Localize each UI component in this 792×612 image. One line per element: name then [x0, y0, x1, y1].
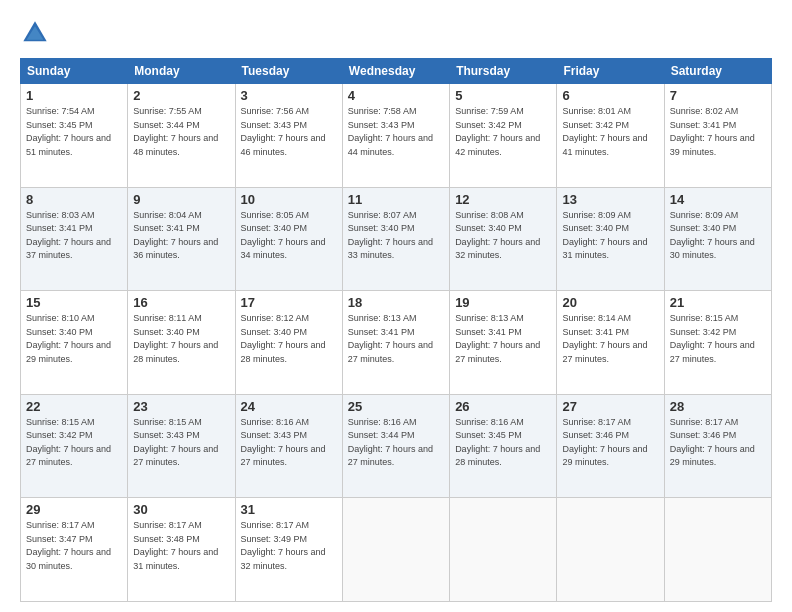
calendar-cell: 25Sunrise: 8:16 AMSunset: 3:44 PMDayligh…: [342, 394, 449, 498]
calendar-cell: 8Sunrise: 8:03 AMSunset: 3:41 PMDaylight…: [21, 187, 128, 291]
day-info: Sunrise: 8:04 AMSunset: 3:41 PMDaylight:…: [133, 210, 218, 261]
day-info: Sunrise: 8:08 AMSunset: 3:40 PMDaylight:…: [455, 210, 540, 261]
page: SundayMondayTuesdayWednesdayThursdayFrid…: [0, 0, 792, 612]
day-info: Sunrise: 8:15 AMSunset: 3:42 PMDaylight:…: [26, 417, 111, 468]
day-number: 6: [562, 88, 658, 103]
day-number: 8: [26, 192, 122, 207]
day-info: Sunrise: 8:15 AMSunset: 3:43 PMDaylight:…: [133, 417, 218, 468]
calendar-cell: [664, 498, 771, 602]
calendar-cell: 7Sunrise: 8:02 AMSunset: 3:41 PMDaylight…: [664, 84, 771, 188]
day-number: 15: [26, 295, 122, 310]
day-number: 16: [133, 295, 229, 310]
calendar-cell: 31Sunrise: 8:17 AMSunset: 3:49 PMDayligh…: [235, 498, 342, 602]
day-info: Sunrise: 8:13 AMSunset: 3:41 PMDaylight:…: [455, 313, 540, 364]
day-number: 27: [562, 399, 658, 414]
header-cell-sunday: Sunday: [21, 59, 128, 84]
day-number: 11: [348, 192, 444, 207]
calendar-cell: [342, 498, 449, 602]
header-cell-tuesday: Tuesday: [235, 59, 342, 84]
calendar-cell: 5Sunrise: 7:59 AMSunset: 3:42 PMDaylight…: [450, 84, 557, 188]
day-info: Sunrise: 8:02 AMSunset: 3:41 PMDaylight:…: [670, 106, 755, 157]
header-cell-saturday: Saturday: [664, 59, 771, 84]
day-info: Sunrise: 8:14 AMSunset: 3:41 PMDaylight:…: [562, 313, 647, 364]
day-number: 20: [562, 295, 658, 310]
day-info: Sunrise: 8:16 AMSunset: 3:44 PMDaylight:…: [348, 417, 433, 468]
day-number: 18: [348, 295, 444, 310]
header-cell-wednesday: Wednesday: [342, 59, 449, 84]
calendar-cell: 3Sunrise: 7:56 AMSunset: 3:43 PMDaylight…: [235, 84, 342, 188]
day-info: Sunrise: 7:55 AMSunset: 3:44 PMDaylight:…: [133, 106, 218, 157]
day-number: 28: [670, 399, 766, 414]
calendar-row: 22Sunrise: 8:15 AMSunset: 3:42 PMDayligh…: [21, 394, 772, 498]
day-info: Sunrise: 8:16 AMSunset: 3:43 PMDaylight:…: [241, 417, 326, 468]
header-cell-thursday: Thursday: [450, 59, 557, 84]
calendar-cell: 1Sunrise: 7:54 AMSunset: 3:45 PMDaylight…: [21, 84, 128, 188]
day-number: 26: [455, 399, 551, 414]
day-number: 25: [348, 399, 444, 414]
day-info: Sunrise: 8:10 AMSunset: 3:40 PMDaylight:…: [26, 313, 111, 364]
calendar-cell: 17Sunrise: 8:12 AMSunset: 3:40 PMDayligh…: [235, 291, 342, 395]
day-number: 31: [241, 502, 337, 517]
calendar-cell: 2Sunrise: 7:55 AMSunset: 3:44 PMDaylight…: [128, 84, 235, 188]
day-info: Sunrise: 7:54 AMSunset: 3:45 PMDaylight:…: [26, 106, 111, 157]
header-cell-friday: Friday: [557, 59, 664, 84]
day-number: 5: [455, 88, 551, 103]
calendar-cell: 15Sunrise: 8:10 AMSunset: 3:40 PMDayligh…: [21, 291, 128, 395]
logo: [20, 18, 54, 48]
day-number: 9: [133, 192, 229, 207]
day-info: Sunrise: 8:17 AMSunset: 3:48 PMDaylight:…: [133, 520, 218, 571]
day-info: Sunrise: 8:17 AMSunset: 3:47 PMDaylight:…: [26, 520, 111, 571]
calendar-cell: 19Sunrise: 8:13 AMSunset: 3:41 PMDayligh…: [450, 291, 557, 395]
day-info: Sunrise: 8:13 AMSunset: 3:41 PMDaylight:…: [348, 313, 433, 364]
day-number: 10: [241, 192, 337, 207]
calendar-cell: [450, 498, 557, 602]
calendar-cell: 24Sunrise: 8:16 AMSunset: 3:43 PMDayligh…: [235, 394, 342, 498]
calendar-cell: 16Sunrise: 8:11 AMSunset: 3:40 PMDayligh…: [128, 291, 235, 395]
calendar-cell: 23Sunrise: 8:15 AMSunset: 3:43 PMDayligh…: [128, 394, 235, 498]
calendar-cell: 29Sunrise: 8:17 AMSunset: 3:47 PMDayligh…: [21, 498, 128, 602]
calendar-cell: 30Sunrise: 8:17 AMSunset: 3:48 PMDayligh…: [128, 498, 235, 602]
day-info: Sunrise: 8:12 AMSunset: 3:40 PMDaylight:…: [241, 313, 326, 364]
day-number: 1: [26, 88, 122, 103]
day-info: Sunrise: 8:01 AMSunset: 3:42 PMDaylight:…: [562, 106, 647, 157]
calendar-cell: 21Sunrise: 8:15 AMSunset: 3:42 PMDayligh…: [664, 291, 771, 395]
day-number: 21: [670, 295, 766, 310]
calendar-cell: 10Sunrise: 8:05 AMSunset: 3:40 PMDayligh…: [235, 187, 342, 291]
day-info: Sunrise: 8:09 AMSunset: 3:40 PMDaylight:…: [670, 210, 755, 261]
day-number: 2: [133, 88, 229, 103]
calendar-cell: 9Sunrise: 8:04 AMSunset: 3:41 PMDaylight…: [128, 187, 235, 291]
header-cell-monday: Monday: [128, 59, 235, 84]
day-info: Sunrise: 8:11 AMSunset: 3:40 PMDaylight:…: [133, 313, 218, 364]
day-info: Sunrise: 8:07 AMSunset: 3:40 PMDaylight:…: [348, 210, 433, 261]
calendar-cell: 28Sunrise: 8:17 AMSunset: 3:46 PMDayligh…: [664, 394, 771, 498]
calendar-row: 1Sunrise: 7:54 AMSunset: 3:45 PMDaylight…: [21, 84, 772, 188]
calendar-row: 8Sunrise: 8:03 AMSunset: 3:41 PMDaylight…: [21, 187, 772, 291]
calendar-cell: 12Sunrise: 8:08 AMSunset: 3:40 PMDayligh…: [450, 187, 557, 291]
calendar-row: 15Sunrise: 8:10 AMSunset: 3:40 PMDayligh…: [21, 291, 772, 395]
day-info: Sunrise: 7:56 AMSunset: 3:43 PMDaylight:…: [241, 106, 326, 157]
day-number: 7: [670, 88, 766, 103]
day-info: Sunrise: 8:16 AMSunset: 3:45 PMDaylight:…: [455, 417, 540, 468]
day-number: 29: [26, 502, 122, 517]
day-info: Sunrise: 8:09 AMSunset: 3:40 PMDaylight:…: [562, 210, 647, 261]
day-info: Sunrise: 8:17 AMSunset: 3:46 PMDaylight:…: [562, 417, 647, 468]
calendar-cell: 18Sunrise: 8:13 AMSunset: 3:41 PMDayligh…: [342, 291, 449, 395]
day-number: 22: [26, 399, 122, 414]
day-number: 12: [455, 192, 551, 207]
calendar-cell: 20Sunrise: 8:14 AMSunset: 3:41 PMDayligh…: [557, 291, 664, 395]
day-info: Sunrise: 8:17 AMSunset: 3:46 PMDaylight:…: [670, 417, 755, 468]
day-number: 19: [455, 295, 551, 310]
header: [20, 18, 772, 48]
calendar-cell: 6Sunrise: 8:01 AMSunset: 3:42 PMDaylight…: [557, 84, 664, 188]
day-number: 23: [133, 399, 229, 414]
logo-icon: [20, 18, 50, 48]
calendar-cell: 26Sunrise: 8:16 AMSunset: 3:45 PMDayligh…: [450, 394, 557, 498]
calendar-cell: 13Sunrise: 8:09 AMSunset: 3:40 PMDayligh…: [557, 187, 664, 291]
day-info: Sunrise: 8:17 AMSunset: 3:49 PMDaylight:…: [241, 520, 326, 571]
calendar-table: SundayMondayTuesdayWednesdayThursdayFrid…: [20, 58, 772, 602]
calendar-cell: 22Sunrise: 8:15 AMSunset: 3:42 PMDayligh…: [21, 394, 128, 498]
calendar-cell: [557, 498, 664, 602]
day-info: Sunrise: 8:15 AMSunset: 3:42 PMDaylight:…: [670, 313, 755, 364]
day-number: 24: [241, 399, 337, 414]
day-number: 13: [562, 192, 658, 207]
